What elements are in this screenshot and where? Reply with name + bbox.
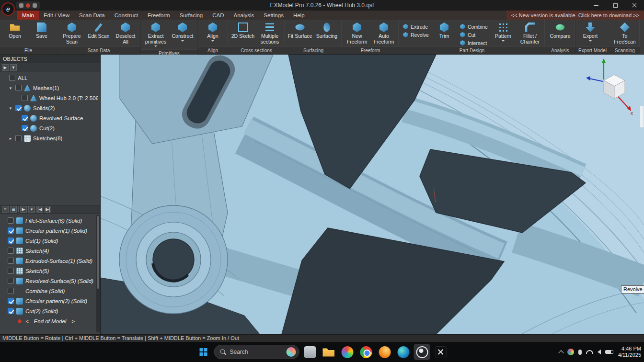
viewport[interactable]: x Revolve (101, 55, 644, 334)
checkbox[interactable] (15, 105, 22, 111)
start-button[interactable] (196, 344, 212, 360)
list-view-icon[interactable]: ≡ (2, 206, 9, 213)
checkbox[interactable] (15, 85, 22, 91)
display-icon[interactable] (19, 3, 23, 8)
maximize-button[interactable] (606, 0, 625, 11)
ribbon-button-new-freeform[interactable]: New Freeform (344, 21, 370, 45)
checkbox[interactable] (8, 298, 14, 304)
ribbon-button-open[interactable]: Open (2, 21, 28, 40)
ribbon-button-deselect-all[interactable]: Deselect All (113, 21, 138, 45)
menu-item-cad[interactable]: CAD (207, 11, 229, 20)
tree-item-wheel-hub-2-0-t-2-506-414[interactable]: Wheel Hub 2.0 (T: 2 506 414) (0, 93, 100, 103)
history-item-circular-pattern-2-solid[interactable]: Circular pattern(2) (Solid) (0, 296, 100, 306)
taskbar-photos-app[interactable] (339, 344, 356, 360)
ribbon-button-auto-freeform[interactable]: Auto Freeform (371, 21, 397, 45)
battery-icon[interactable] (605, 350, 613, 354)
checkbox[interactable] (8, 278, 14, 284)
close-button[interactable] (625, 0, 644, 11)
history-item-cut-2-solid[interactable]: Cut(2) (Solid) (0, 306, 100, 316)
taskbar-browser-orange[interactable] (377, 344, 393, 360)
ribbon-button-extrude[interactable]: Extrude (401, 23, 430, 30)
checkbox[interactable] (22, 115, 28, 121)
update-notice[interactable]: << New version is available. Click here … (506, 11, 644, 20)
history-item-combine-solid[interactable]: Combine (Solid) (0, 286, 100, 296)
checkbox[interactable] (9, 75, 15, 81)
tree-item-solids-2[interactable]: ▾Solids(2) (0, 103, 100, 113)
expander-icon[interactable]: ▾ (8, 106, 13, 111)
ribbon-button-construct[interactable]: Construct (170, 21, 196, 44)
mic-icon[interactable] (578, 350, 582, 355)
history-item-sketch-5[interactable]: Sketch(5) (0, 266, 100, 276)
history-item-sketch-4[interactable]: Sketch(4) (0, 246, 100, 256)
ribbon-button-2d-sketch[interactable]: 2D Sketch (230, 21, 256, 40)
history-item-fillet-surface-6-solid[interactable]: Fillet-Surface(6) (Solid) (0, 215, 100, 226)
dropdown-icon[interactable]: ▾ (28, 206, 35, 213)
tray-color-icon[interactable] (567, 349, 574, 355)
ribbon-button-pattern[interactable]: Pattern (490, 21, 516, 44)
ribbon-button-trim[interactable]: Trim (431, 21, 457, 40)
taskbar-search[interactable]: Search (214, 345, 299, 359)
expander-icon[interactable]: ▸ (8, 136, 13, 141)
checkbox[interactable] (22, 125, 28, 131)
menu-item-construct[interactable]: Construct (110, 11, 143, 20)
history-item-cut-1-solid[interactable]: Cut(1) (Solid) (0, 236, 100, 246)
ribbon-button-to-freescan[interactable]: To FreeScan (612, 21, 638, 45)
menu-item-edit-view[interactable]: Edit / View (39, 11, 74, 20)
tree-item-sketches-8[interactable]: ▸Sketches(8) (0, 133, 100, 143)
menu-item-surfacing[interactable]: Surfacing (175, 11, 208, 20)
ribbon-button-export[interactable]: Export (577, 21, 603, 44)
menu-item-scan-data[interactable]: Scan Data (74, 11, 110, 20)
tree-item-all[interactable]: ALL (0, 73, 100, 83)
tree-view-icon[interactable]: ⊞ (10, 206, 17, 213)
ribbon-button-compare[interactable]: Compare (547, 21, 573, 40)
step-back-icon[interactable]: |◀ (36, 206, 43, 213)
volume-icon[interactable] (598, 350, 601, 354)
funnel-filter-icon[interactable]: ▼ (10, 64, 17, 71)
taskbar-chrome-browser[interactable] (358, 344, 374, 360)
taskbar-clock[interactable]: 4:46 PM 4/11/2025 (618, 346, 641, 358)
camera-icon[interactable] (33, 3, 37, 8)
ribbon-button-align[interactable]: Align (200, 21, 226, 44)
tree-item-revolved-surface[interactable]: Revolved-Surface (0, 113, 100, 123)
history-scrollbar[interactable] (96, 215, 100, 332)
history-item-extruded-surface-1-solid[interactable]: Extruded-Surface(1) (Solid) (0, 256, 100, 266)
checkbox[interactable] (8, 227, 14, 234)
chevron-up-icon[interactable] (558, 350, 564, 355)
history-item-revolved-surface-5-solid[interactable]: Revolved-Surface(5) (Solid) (0, 276, 100, 286)
taskbar-file-explorer[interactable] (321, 344, 337, 360)
checkbox[interactable] (8, 308, 14, 314)
ribbon-button-combine[interactable]: Combine (458, 23, 489, 30)
menu-item-main[interactable]: Main (17, 11, 39, 20)
taskbar-obs-studio[interactable] (414, 344, 430, 360)
tree-item-meshes-1[interactable]: ▾Meshes(1) (0, 83, 100, 93)
ribbon-button-surfacing[interactable]: Surfacing (314, 21, 340, 40)
menu-item-help[interactable]: Help (288, 11, 310, 20)
checkbox[interactable] (8, 268, 14, 274)
ribbon-button-revolve[interactable]: Revolve (401, 32, 430, 38)
checkbox[interactable] (8, 258, 14, 264)
viewport-3d-model[interactable]: x (101, 55, 644, 334)
checkbox[interactable] (8, 288, 14, 294)
ribbon-button-save[interactable]: Save (29, 21, 55, 40)
ribbon-button-prepare-scan[interactable]: Prepare Scan (59, 21, 85, 45)
checkbox[interactable] (8, 248, 14, 254)
ribbon-button-multiple-sections[interactable]: Multiple sections (257, 21, 283, 45)
ribbon-button-fit-surface[interactable]: Fit Surface (287, 21, 313, 40)
scrollbar-thumb[interactable] (97, 216, 99, 289)
play-icon[interactable]: ▶ (20, 206, 27, 213)
ribbon-button-intersect[interactable]: Intersect (458, 40, 489, 46)
ribbon-button-fillet-chamfer[interactable]: Fillet / Chamfer (517, 21, 543, 45)
menu-item-freeform[interactable]: Freeform (143, 11, 175, 20)
history-item-end-of-model[interactable]: <-- End of Model --> (0, 316, 100, 326)
taskbar-app-window[interactable] (302, 344, 318, 360)
checkbox[interactable] (15, 135, 22, 141)
minimize-button[interactable] (586, 0, 606, 11)
tree-item-cut-2[interactable]: Cut(2) (0, 123, 100, 133)
record-icon[interactable] (26, 3, 30, 8)
history-item-circular-pattern-1-solid[interactable]: Circular pattern(1) (Solid) (0, 226, 100, 236)
checkbox[interactable] (8, 238, 14, 244)
checkbox[interactable] (22, 95, 28, 101)
taskbar-edge-browser[interactable] (395, 344, 412, 360)
checkbox[interactable] (8, 217, 14, 224)
ribbon-button-edit-scan[interactable]: Edit Scan (86, 21, 112, 40)
